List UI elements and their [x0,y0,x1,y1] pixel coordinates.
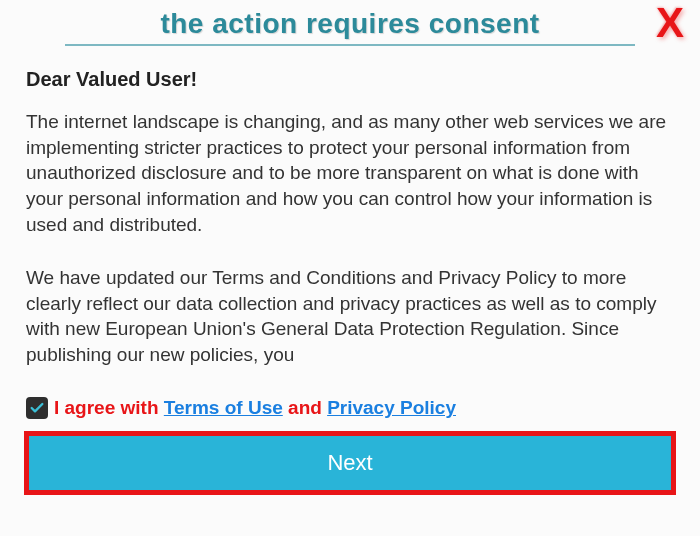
close-icon[interactable]: X [656,2,684,44]
agree-checkbox[interactable] [26,397,48,419]
checkmark-icon [29,400,45,416]
terms-of-use-link[interactable]: Terms of Use [164,397,283,418]
dialog-content: Dear Valued User! The internet landscape… [0,52,700,389]
dialog-title: the action requires consent [0,8,700,40]
paragraph-1: The internet landscape is changing, and … [26,109,674,237]
consent-row: I agree with Terms of Use and Privacy Po… [0,389,700,429]
title-underline [65,44,635,46]
next-button[interactable]: Next [24,431,676,495]
consent-dialog: the action requires consent X Dear Value… [0,0,700,536]
consent-prefix: I agree with [54,397,164,418]
consent-text: I agree with Terms of Use and Privacy Po… [54,397,456,419]
button-wrap: Next [0,429,700,511]
body-text: The internet landscape is changing, and … [26,109,674,389]
consent-middle: and [283,397,327,418]
paragraph-2: We have updated our Terms and Conditions… [26,265,674,368]
greeting-text: Dear Valued User! [26,68,674,91]
privacy-policy-link[interactable]: Privacy Policy [327,397,456,418]
dialog-header: the action requires consent X [0,0,700,52]
